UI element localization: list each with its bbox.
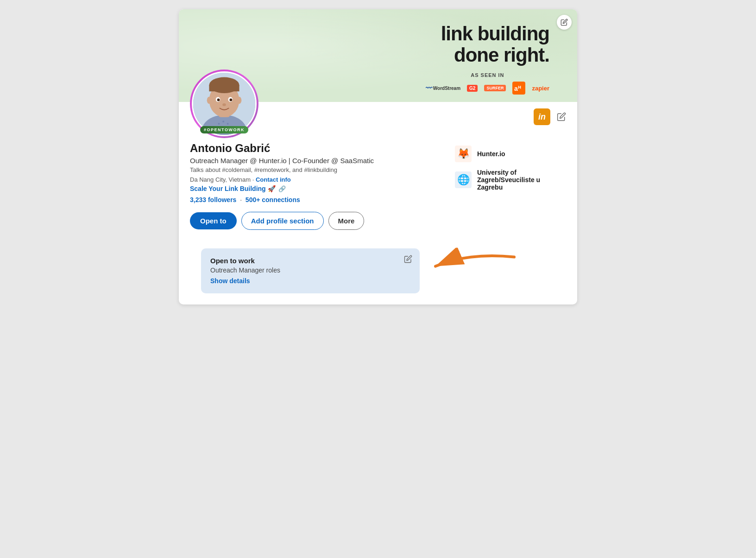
add-profile-section-button[interactable]: Add profile section xyxy=(241,212,324,230)
hunter-logo-icon: 🦊 xyxy=(457,148,470,160)
banner-as-seen-label: AS SEEN IN xyxy=(426,72,549,78)
linkedin-badge: in xyxy=(534,108,550,125)
banner-logos: 〰 WordStream G2 SURFER aᴴ zapier xyxy=(426,82,549,95)
g2-logo: G2 xyxy=(467,85,478,92)
contact-info-link[interactable]: Contact info xyxy=(256,176,291,183)
svg-point-17 xyxy=(222,103,226,106)
show-details-link[interactable]: Show details xyxy=(210,277,250,285)
pencil-small-icon xyxy=(404,255,412,263)
banner-headline: link building done right. xyxy=(426,23,549,66)
pencil-icon xyxy=(557,112,566,121)
svg-rect-12 xyxy=(209,85,239,91)
profile-card: link building done right. AS SEEN IN 〰 W… xyxy=(179,9,577,304)
open-to-work-title: Open to work xyxy=(210,257,410,265)
profile-headline: Outreach Manager @ Hunter.io | Co-Founde… xyxy=(190,157,441,165)
open-to-work-role: Outreach Manager roles xyxy=(210,266,410,274)
profile-followers: 3,233 followers · 500+ connections xyxy=(190,196,441,203)
profile-name: Antonio Gabrić xyxy=(190,142,441,155)
svg-point-5 xyxy=(222,120,224,122)
company-item-university: 🌐 University of Zagreb/Sveuciliste u Zag… xyxy=(455,169,566,191)
profile-top-right-actions: in xyxy=(534,108,566,125)
open-to-button[interactable]: Open to xyxy=(190,212,237,229)
svg-point-4 xyxy=(218,123,220,125)
banner-text-block: link building done right. AS SEEN IN 〰 W… xyxy=(426,23,549,95)
svg-point-15 xyxy=(217,99,220,101)
open-to-work-wrapper: Open to work Outreach Manager roles Show… xyxy=(190,248,431,293)
hunter-logo: 🦊 xyxy=(455,146,472,162)
zapier-logo: zapier xyxy=(532,85,549,92)
wordstream-logo: 〰 WordStream xyxy=(426,84,460,92)
surfer-logo: SURFER xyxy=(484,85,506,91)
university-logo-icon: 🌐 xyxy=(457,174,470,186)
open-to-work-badge: #OPENTOWORK xyxy=(200,126,248,133)
arrow-svg xyxy=(422,247,523,285)
external-link-icon: 🔗 xyxy=(278,185,286,192)
profile-talks-about: Talks about #coldemail, #remotework, and… xyxy=(190,166,441,173)
action-buttons-row: Open to Add profile section More xyxy=(190,212,441,230)
pencil-icon xyxy=(561,19,568,26)
profile-location: Da Nang City, Vietnam · Contact info xyxy=(190,176,441,183)
company-name-hunter: Hunter.io xyxy=(477,150,505,158)
svg-text:aᴴ: aᴴ xyxy=(514,85,521,92)
svg-point-18 xyxy=(207,97,212,104)
profile-edit-button[interactable] xyxy=(557,112,566,121)
profile-section: in xyxy=(179,102,577,248)
profile-left-column: Antonio Gabrić Outreach Manager @ Hunter… xyxy=(190,142,441,239)
university-logo: 🌐 xyxy=(455,171,472,188)
avatar-photo xyxy=(193,73,255,135)
connections-link[interactable]: 500+ connections xyxy=(246,196,300,203)
avatar-svg xyxy=(193,73,255,135)
university-name: University of Zagreb/Sveuciliste u Zagre… xyxy=(477,169,566,191)
arrow-annotation xyxy=(422,247,523,286)
profile-link[interactable]: Scale Your Link Building 🚀 🔗 xyxy=(190,185,441,192)
open-to-work-card: Open to work Outreach Manager roles Show… xyxy=(201,248,420,293)
more-button[interactable]: More xyxy=(328,212,365,230)
svg-point-19 xyxy=(237,97,242,104)
svg-point-16 xyxy=(229,99,232,101)
banner-edit-button[interactable] xyxy=(557,15,572,30)
ahrefs-logo: aᴴ xyxy=(512,82,525,95)
followers-link[interactable]: 3,233 followers xyxy=(190,196,236,203)
open-to-work-edit-button[interactable] xyxy=(404,255,412,265)
profile-info: Antonio Gabrić Outreach Manager @ Hunter… xyxy=(190,142,566,239)
svg-point-6 xyxy=(227,123,229,125)
avatar-wrapper: #OPENTOWORK xyxy=(190,70,258,138)
company-item-hunter: 🦊 Hunter.io xyxy=(455,146,566,162)
profile-right-column: 🦊 Hunter.io 🌐 University of Zagreb/Sveuc… xyxy=(455,142,566,197)
